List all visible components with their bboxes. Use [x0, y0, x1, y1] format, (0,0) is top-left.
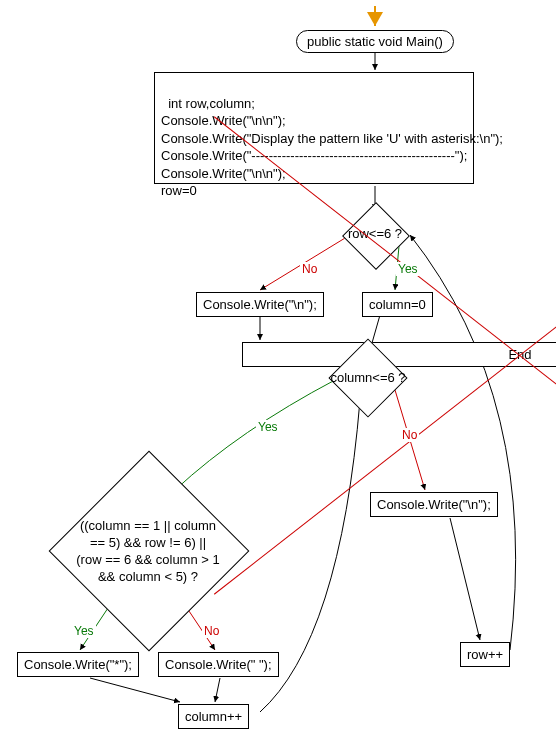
node-write-space-text: Console.Write(" ");: [165, 657, 272, 672]
svg-line-5: [215, 678, 220, 702]
node-row-inc: row++: [460, 642, 510, 667]
node-end-text: End: [508, 347, 531, 362]
node-write-space: Console.Write(" ");: [158, 652, 279, 677]
node-col-zero-text: column=0: [369, 297, 426, 312]
node-write-star-text: Console.Write("*");: [24, 657, 132, 672]
node-main: public static void Main(): [296, 30, 454, 53]
svg-line-6: [450, 518, 480, 640]
node-main-text: public static void Main(): [307, 34, 443, 49]
node-write-nl-1: Console.Write("\n");: [196, 292, 324, 317]
label-print-no: No: [202, 624, 221, 638]
label-row-yes: Yes: [396, 262, 420, 276]
label-col-no: No: [400, 428, 419, 442]
node-col-zero: column=0: [362, 292, 433, 317]
node-col-inc: column++: [178, 704, 249, 729]
node-write-star: Console.Write("*");: [17, 652, 139, 677]
node-write-nl-2: Console.Write("\n");: [370, 492, 498, 517]
node-row-inc-text: row++: [467, 647, 503, 662]
node-init: int row,column; Console.Write("\n\n"); C…: [154, 72, 474, 184]
label-row-no: No: [300, 262, 319, 276]
node-col-inc-text: column++: [185, 709, 242, 724]
flowchart-canvas: { "chart_data": { "type": "flowchart", "…: [0, 0, 556, 753]
node-row-cond: [342, 202, 410, 270]
label-col-yes: Yes: [256, 420, 280, 434]
node-end: End: [242, 342, 556, 367]
node-write-nl-1-text: Console.Write("\n");: [203, 297, 317, 312]
label-print-yes: Yes: [72, 624, 96, 638]
node-write-nl-2-text: Console.Write("\n");: [377, 497, 491, 512]
node-print-cond: [49, 451, 250, 652]
node-init-text: int row,column; Console.Write("\n\n"); C…: [161, 96, 503, 199]
